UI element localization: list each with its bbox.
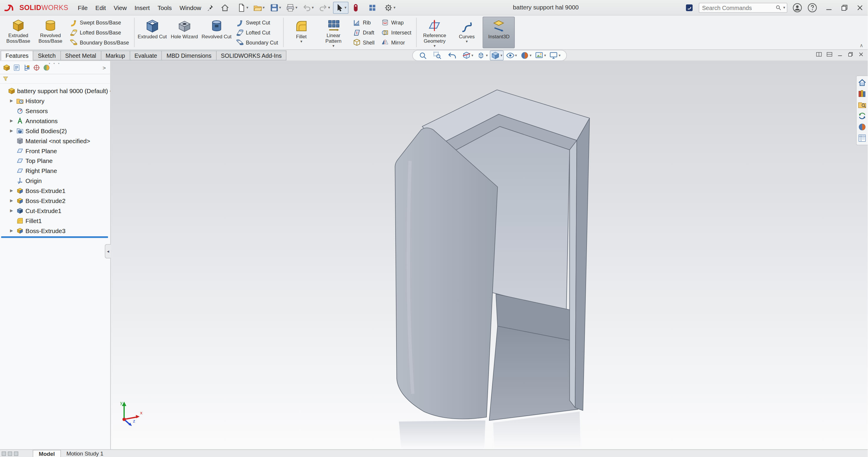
user-account-icon[interactable] [793,2,802,12]
document-window-control[interactable] [826,51,833,58]
view-tool-button[interactable]: ▾ [534,50,547,60]
expand-arrow-icon[interactable]: ▶ [10,229,14,233]
quick-tool-button[interactable]: ▾ [284,1,300,13]
model-scene[interactable] [111,61,868,449]
feature-tree-item[interactable]: ▶ Front Plane [0,146,111,156]
ribbon-button[interactable]: Instant3D ▾ [483,17,515,48]
bottom-tab[interactable]: Motion Study 1 [61,450,109,457]
feature-tree-item[interactable]: ▶ Origin [0,176,111,186]
menu-item[interactable]: File [74,2,92,12]
manager-tab[interactable] [23,64,30,71]
expand-arrow-icon[interactable]: ▶ [10,189,14,193]
dropdown-arrow-icon[interactable]: ▾ [544,53,546,58]
view-tool-button[interactable]: ▾ [490,50,504,60]
menu-item[interactable]: Window [176,2,205,12]
document-window-control[interactable] [858,51,865,58]
feature-tree-item[interactable]: ▶ Boss-Extrude2 [0,196,111,206]
dropdown-arrow-icon[interactable]: ▾ [559,53,560,58]
dropdown-arrow-icon[interactable]: ▾ [501,53,502,58]
feature-tree-item[interactable]: ▶ Cut-Extrude1 [0,206,111,216]
task-pane-button[interactable] [858,99,867,111]
ribbon-small-button[interactable]: Rib [352,18,376,27]
quick-tool-button[interactable]: ▾ [382,1,398,13]
document-window-control[interactable] [816,51,823,58]
ribbon-small-button[interactable]: Lofted Cut [235,28,279,37]
help-icon[interactable] [807,2,817,12]
document-window-control[interactable] [847,51,854,58]
task-pane-button[interactable] [858,77,867,88]
dropdown-arrow-icon[interactable]: ▾ [486,53,488,58]
manager-tab[interactable] [13,64,20,71]
task-pane-button[interactable] [858,111,867,122]
panel-collapse-arrow[interactable]: ◂ [105,244,111,258]
dropdown-arrow-icon[interactable]: ▾ [515,53,517,58]
ribbon-small-button[interactable]: Shell [352,38,376,47]
platform-search-icon[interactable] [685,3,694,12]
document-window-control[interactable] [837,51,843,58]
dropdown-arrow-icon[interactable]: ▾ [296,5,298,10]
ribbon-small-button[interactable]: Draft [352,28,376,37]
feature-tree-item[interactable]: ▶ Solid Bodies(2) [0,126,111,136]
view-tool-button[interactable]: ▾ [461,50,474,60]
expand-arrow-icon[interactable]: ▶ [10,129,14,133]
ribbon-button[interactable]: Revolved Boss/Base ▾ [34,17,66,48]
dropdown-arrow-icon[interactable]: ▾ [279,5,281,10]
feature-tree-item[interactable]: ▶ Top Plane [0,156,111,166]
command-tab[interactable]: Markup [101,50,130,60]
graphics-area[interactable]: y x z [111,61,868,449]
view-tool-button[interactable]: ▾ [432,50,445,60]
ribbon-button[interactable]: Extruded Cut ▾ [136,17,168,48]
ribbon-small-button[interactable]: Wrap [380,18,412,27]
quick-tool-button[interactable]: ▾ [218,1,234,13]
command-tab[interactable]: Sketch [33,50,61,60]
dropdown-arrow-icon[interactable]: ▾ [529,53,531,58]
view-tool-button[interactable]: ▾ [417,50,431,60]
rollback-bar[interactable] [1,236,108,238]
feature-tree-item[interactable]: ▶ Fillet1 [0,216,111,226]
expand-arrow-icon[interactable]: ▶ [10,99,14,103]
quick-tool-button[interactable]: ▾ [316,1,332,13]
feature-tree-item[interactable]: ▶ Material <not specified> [0,136,111,146]
ribbon-small-button[interactable]: Mirror [380,38,412,47]
menu-item[interactable]: Tools [154,2,176,12]
menu-item[interactable]: Edit [92,2,110,12]
ribbon-small-button[interactable]: Boundary Cut [235,38,279,47]
ribbon-button[interactable]: Curves ▾ [451,17,483,48]
search-dropdown-icon[interactable]: ▾ [783,5,785,10]
expand-arrow-icon[interactable]: ▶ [10,209,14,213]
menu-item[interactable]: View [110,2,131,12]
ribbon-collapse-chevron[interactable]: ∧ [860,43,863,48]
view-tool-button[interactable]: ▾ [548,50,562,60]
quick-tool-button[interactable]: ▾ [235,1,251,13]
filter-funnel-icon[interactable] [2,76,9,82]
feature-tree-item[interactable]: ▶ History [0,96,111,106]
panel-splitter-grip[interactable]: • • • [49,62,61,65]
view-tool-button[interactable]: ▾ [446,50,460,60]
dropdown-arrow-icon[interactable]: ▾ [434,45,436,48]
quick-tool-button[interactable]: ▾ [349,1,365,13]
dropdown-arrow-icon[interactable]: ▾ [246,5,248,10]
panel-expand-chevron[interactable]: > [101,64,107,71]
quick-tool-button[interactable]: ▾ [366,1,381,13]
close-window-icon[interactable] [856,3,865,12]
task-pane-button[interactable] [858,88,867,99]
pin-menu-icon[interactable] [206,3,214,11]
expand-arrow-icon[interactable]: ▶ [10,199,14,203]
task-pane-button[interactable] [858,133,867,144]
manager-tab[interactable] [3,64,10,71]
ribbon-button[interactable]: Linear Pattern ▾ [317,17,349,48]
quick-tool-button[interactable]: ▾ [300,1,316,13]
dropdown-arrow-icon[interactable]: ▾ [344,5,346,10]
ribbon-small-button[interactable]: Lofted Boss/Base [69,28,130,37]
ribbon-button[interactable]: Revolved Cut ▾ [200,17,232,48]
pane-splitter-button[interactable] [2,451,6,456]
restore-window-icon[interactable] [840,3,849,12]
quick-tool-button[interactable]: ▾ [251,1,267,13]
feature-tree-item[interactable]: ▶ battery support hal 9000 (Default) <<D [0,86,111,96]
view-tool-button[interactable]: ▾ [504,50,518,60]
quick-tool-button[interactable]: ▾ [333,1,349,13]
ribbon-button[interactable]: Fillet ▾ [285,17,317,48]
pane-splitter-button[interactable] [14,451,18,456]
dropdown-arrow-icon[interactable]: ▾ [312,5,314,10]
search-input[interactable] [701,3,775,11]
